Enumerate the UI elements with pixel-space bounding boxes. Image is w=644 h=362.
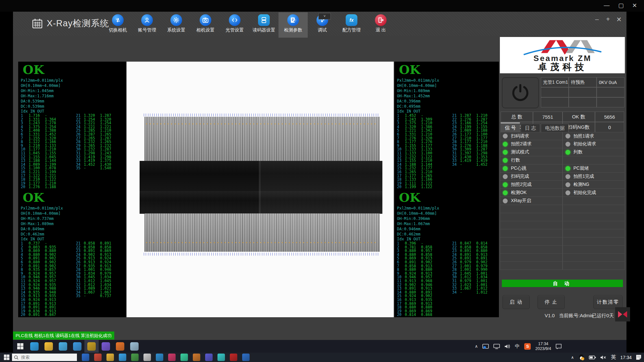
toolbar-item-user[interactable]: 账号管理 xyxy=(132,12,162,38)
office-app-icon[interactable] xyxy=(113,340,127,353)
taskbar2-app-3[interactable] xyxy=(106,354,114,361)
taskbar2-app-13[interactable] xyxy=(230,354,237,361)
toolbar-item-reader[interactable]: 读码器设置 xyxy=(249,12,279,38)
mail-icon[interactable] xyxy=(70,340,84,353)
xray-image-view[interactable] xyxy=(127,62,394,317)
flameshot-icon[interactable]: S xyxy=(524,343,531,350)
signal-dot-off xyxy=(503,199,508,203)
signal-row-empty xyxy=(500,237,625,246)
toolbar-item-swap-arrows[interactable]: 切换相机 xyxy=(103,12,132,38)
taskbar2-app-12[interactable] xyxy=(217,354,225,361)
brand-name-en: Seamark ZM xyxy=(533,54,591,63)
app-minimize-icon[interactable]: – xyxy=(593,16,601,23)
app-restore-icon[interactable]: + xyxy=(604,16,612,23)
taskbar2-app-14[interactable] xyxy=(242,354,250,361)
rows-column-1: 10.396-20.7810.85830.8800.95740.8800.858… xyxy=(397,242,432,317)
power-button[interactable] xyxy=(502,77,539,108)
taskbar2-app-11[interactable] xyxy=(205,354,213,361)
measure-meta-line: Pxl2mm=0.011mm/plx xyxy=(397,206,499,211)
store-icon[interactable] xyxy=(56,340,70,353)
signal-row: 扫码完成拍照1完成 xyxy=(500,173,625,181)
taskbar2-app-5[interactable] xyxy=(131,354,139,361)
ime-indicator[interactable]: 中 xyxy=(515,343,520,349)
qq-icon[interactable]: = xyxy=(578,354,585,361)
chevron-down-icon[interactable]: ˅ xyxy=(318,13,331,19)
version-label: V1.0 xyxy=(545,313,555,318)
taskbar-search[interactable] xyxy=(12,354,77,361)
rows-column-1: 11.716-21.3311.36431.2431.27841.3751.254… xyxy=(21,114,56,189)
toolbar-item-camera[interactable]: 相机设置 xyxy=(191,12,220,38)
tray-chevron-up-icon[interactable]: ∧ xyxy=(571,355,574,360)
taskbar2-app-2[interactable] xyxy=(94,354,102,361)
taskbar2-app-7[interactable] xyxy=(156,354,163,361)
app-title: X-Ray检测系统 xyxy=(32,18,109,29)
app-close-icon[interactable]: ✕ xyxy=(615,16,623,23)
outer-taskbar xyxy=(0,353,644,362)
outer-clock-time[interactable]: 17:34 xyxy=(620,355,632,360)
os-close-icon[interactable]: ✕ xyxy=(630,2,639,9)
taskbar2-app-8[interactable] xyxy=(168,354,176,361)
row-out-value: 0.868 xyxy=(421,313,432,317)
taskbar2-app-4[interactable] xyxy=(119,354,126,361)
toolbar-item-code[interactable]: 光管设置 xyxy=(220,12,249,38)
row-out-value: 1.540 xyxy=(100,166,111,170)
notification-center-icon[interactable] xyxy=(556,344,562,349)
signal-label: 扫码请求 xyxy=(511,133,529,139)
account-label: 当前账号:Admin xyxy=(559,313,594,319)
volume-muted-icon[interactable] xyxy=(600,355,607,360)
signal-row-empty xyxy=(500,213,625,221)
toolbar-item-exit[interactable]: 退 出 xyxy=(366,12,395,38)
toolbar-item-gear[interactable]: 系统设置 xyxy=(162,12,191,38)
table-row: 201.2761.188 xyxy=(21,185,56,189)
search-input[interactable] xyxy=(20,355,67,360)
file-explorer-icon-glyph xyxy=(44,342,53,351)
store-icon-glyph xyxy=(59,342,67,351)
tab-信号[interactable]: 信 号 xyxy=(501,123,520,132)
result-status: OK xyxy=(399,62,499,77)
start-icon[interactable] xyxy=(4,355,9,360)
signal-row-empty xyxy=(500,254,625,262)
start-icon[interactable] xyxy=(13,340,27,353)
toolbar-item-doc-edit[interactable]: 检测参数 xyxy=(279,12,308,38)
signal-label: PC心跳 xyxy=(511,165,526,171)
toolbar-item-fx[interactable]: fx配方管理 xyxy=(337,12,366,38)
tray-chevron-up-icon[interactable]: ∧ xyxy=(475,344,478,349)
measure-meta-line: OH-Max:1.067mm xyxy=(397,221,499,226)
taskbar2-app-1[interactable] xyxy=(82,354,89,361)
display-icon[interactable] xyxy=(493,344,500,349)
measure-meta-line: OH[0.10mm~4.00mm] xyxy=(21,211,126,216)
row-in-value: 1.452 xyxy=(84,163,100,167)
taskbar2-app-10[interactable] xyxy=(193,354,200,361)
volume-icon[interactable] xyxy=(504,344,510,349)
table-row: 200.8910.847 xyxy=(21,313,56,317)
red-flag-icon[interactable] xyxy=(615,307,630,321)
signal-cell xyxy=(563,205,625,213)
battery-icon[interactable] xyxy=(589,356,596,359)
os-maximize-icon[interactable]: ▢ xyxy=(616,2,626,9)
start-button[interactable]: 启 动 xyxy=(502,295,530,309)
inner-clock[interactable]: 17:34 2023/9/4 xyxy=(535,342,551,351)
taskbar2-app-6[interactable] xyxy=(143,354,151,361)
ime-indicator[interactable]: 英 xyxy=(611,354,616,361)
counter-label: 总 数 xyxy=(501,112,533,122)
taskbar2-app-9[interactable] xyxy=(180,354,188,361)
measure-section: OKPxl2mm=0.011mm/plxOH[0.10mm~4.00mm]OH-… xyxy=(18,62,126,189)
signal-cell: 拍照2完成 xyxy=(500,181,563,189)
tab-电池数据[interactable]: 电池数据 xyxy=(541,124,569,132)
sticky-notes-icon[interactable] xyxy=(636,355,641,360)
rows-column-2: 210.8470.814220.8580.858230.8910.880240.… xyxy=(452,242,488,294)
edge-browser-icon[interactable] xyxy=(27,340,42,353)
signal-cell: 测试模式 xyxy=(500,148,563,156)
xray-app-icon[interactable] xyxy=(84,340,99,353)
hs-app-icon[interactable] xyxy=(99,340,113,353)
photos-app-icon[interactable] xyxy=(127,340,142,353)
signal-row: XRay开启 xyxy=(500,197,625,205)
os-minimize-icon[interactable]: — xyxy=(602,2,612,9)
measure-meta-line: DA:0.849mm xyxy=(21,226,126,232)
file-explorer-icon[interactable] xyxy=(42,340,56,353)
tab-日志[interactable]: 日 志 xyxy=(521,124,540,132)
measure-meta-line: DC:0.462mm xyxy=(397,232,499,237)
edge-browser-icon-glyph xyxy=(30,342,39,351)
stop-button[interactable]: 停 止 xyxy=(538,295,565,309)
snip-tool-icon[interactable] xyxy=(482,344,489,349)
